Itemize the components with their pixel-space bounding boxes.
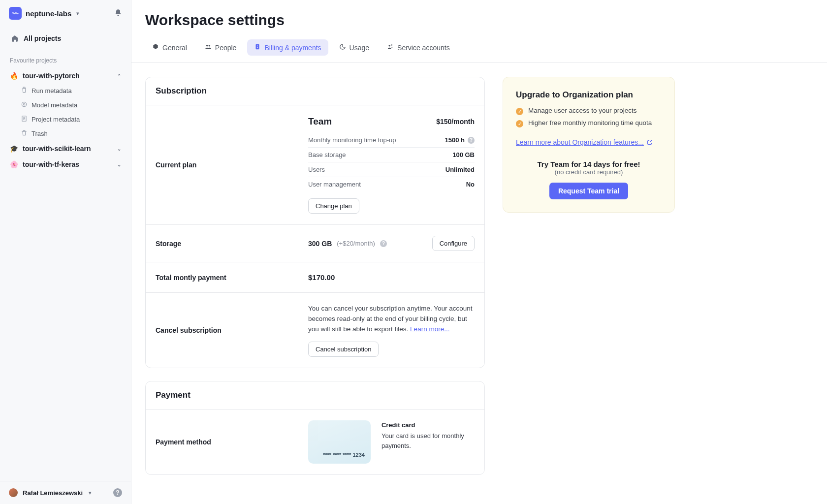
subitem-icon	[21, 129, 28, 138]
upgrade-title: Upgrade to Organization plan	[516, 90, 662, 100]
configure-storage-button[interactable]: Configure	[432, 236, 475, 251]
plan-detail-key: Users	[308, 166, 325, 173]
project-item[interactable]: 🌸tour-with-tf-keras⌄	[0, 157, 131, 172]
chevron-up-icon: ⌃	[117, 73, 121, 79]
subitem-label: Model metadata	[32, 101, 77, 109]
help-icon[interactable]: ?	[468, 137, 475, 144]
payment-card: Payment Payment method **** **** **** 12…	[145, 381, 485, 475]
upgrade-feature-text: Higher free monthly monitoring time quot…	[528, 119, 652, 126]
plan-detail-row: User managementNo	[308, 177, 475, 191]
cancel-label: Cancel subscription	[156, 304, 308, 357]
current-plan-label: Current plan	[156, 116, 308, 214]
help-icon[interactable]: ?	[113, 488, 122, 497]
check-icon: ✓	[516, 108, 523, 115]
trial-subtext: (no credit card required)	[516, 168, 662, 176]
tab-usage[interactable]: Usage	[332, 39, 376, 56]
help-icon[interactable]: ?	[380, 240, 387, 247]
cancel-description: You can cancel your subscription anytime…	[308, 304, 475, 335]
svg-rect-5	[256, 44, 259, 50]
plan-name: Team	[308, 116, 332, 127]
upgrade-feature: ✓Manage user access to your projects	[516, 107, 662, 115]
project-subitem[interactable]: Model metadata	[0, 98, 131, 112]
tab-label: People	[215, 44, 237, 52]
total-value: $170.00	[308, 273, 335, 282]
nav-all-projects-label: All projects	[24, 34, 61, 42]
subitem-icon	[21, 87, 28, 95]
notifications-icon[interactable]	[114, 9, 122, 18]
cancel-subscription-button[interactable]: Cancel subscription	[308, 342, 379, 357]
plan-detail-key: Monthly monitoring time top-up	[308, 136, 396, 144]
credit-card-preview: **** **** **** 1234	[308, 420, 371, 464]
trial-headline: Try Team for 14 days for free!	[516, 160, 662, 168]
subitem-label: Run metadata	[32, 87, 72, 94]
subscription-card: Subscription Current plan Team $150/mont…	[145, 77, 485, 368]
plan-detail-row: Base storage100 GB	[308, 148, 475, 162]
plan-detail-key: User management	[308, 181, 361, 188]
svg-point-0	[22, 102, 26, 106]
tab-general[interactable]: General	[145, 39, 194, 56]
change-plan-button[interactable]: Change plan	[308, 198, 359, 214]
payment-method-label: Payment method	[156, 420, 308, 464]
sidebar: neptune-labs ▾ All projects Favourite pr…	[0, 0, 131, 504]
subitem-icon	[21, 115, 28, 124]
payment-heading: Payment	[146, 381, 484, 410]
tab-icon	[387, 43, 394, 52]
user-footer[interactable]: Rafał Lemieszewski ▾ ?	[0, 481, 131, 504]
app-logo-icon	[9, 7, 22, 20]
tab-label: General	[162, 44, 187, 52]
project-name: tour-with-scikit-learn	[23, 145, 91, 153]
storage-value: 300 GB	[308, 240, 332, 248]
project-name: tour-with-tf-keras	[23, 160, 79, 168]
storage-label: Storage	[156, 236, 308, 251]
tab-service-accounts[interactable]: Service accounts	[380, 39, 457, 56]
plan-price: $150/month	[436, 118, 475, 126]
svg-point-1	[23, 103, 25, 105]
chevron-down-icon: ▾	[89, 490, 92, 496]
plan-detail-row: Monthly monitoring time top-up1500 h ?	[308, 133, 475, 148]
project-item[interactable]: 🎓tour-with-scikit-learn⌄	[0, 141, 131, 157]
plan-detail-value: 1500 h ?	[445, 136, 475, 144]
plan-detail-value: Unlimited	[445, 166, 475, 173]
avatar	[9, 488, 18, 497]
plan-detail-row: UsersUnlimited	[308, 162, 475, 177]
svg-point-3	[206, 45, 208, 47]
tab-icon	[339, 43, 346, 52]
project-emoji-icon: 🔥	[10, 72, 19, 80]
svg-point-4	[208, 45, 210, 47]
main-content: Workspace settings GeneralPeopleBilling …	[131, 0, 827, 504]
tab-label: Billing & payments	[264, 44, 321, 52]
workspace-name: neptune-labs	[26, 9, 71, 18]
tab-label: Usage	[350, 44, 369, 52]
external-link-icon	[647, 139, 653, 145]
tab-icon	[205, 43, 212, 52]
home-icon	[11, 34, 19, 42]
project-emoji-icon: 🌸	[10, 160, 19, 168]
chevron-down-icon: ▾	[76, 10, 79, 17]
tab-icon	[254, 43, 261, 52]
subitem-label: Project metadata	[32, 116, 80, 123]
tab-people[interactable]: People	[198, 39, 244, 56]
subscription-heading: Subscription	[146, 77, 484, 105]
project-subitem[interactable]: Project metadata	[0, 112, 131, 126]
plan-detail-key: Base storage	[308, 151, 346, 158]
subitem-label: Trash	[32, 130, 48, 137]
request-trial-button[interactable]: Request Team trial	[549, 183, 628, 199]
cancel-learn-more-link[interactable]: Learn more...	[410, 325, 449, 333]
project-item[interactable]: 🔥tour-with-pytorch⌃	[0, 68, 131, 84]
subitem-icon	[21, 101, 28, 109]
project-subitem[interactable]: Run metadata	[0, 84, 131, 98]
credit-card-description: Credit card Your card is used for monthl…	[382, 420, 475, 464]
project-subitem[interactable]: Trash	[0, 126, 131, 141]
card-number: **** **** **** 1234	[314, 452, 365, 458]
upgrade-learn-more-link[interactable]: Learn more about Organization features..…	[516, 138, 653, 146]
storage-extra: (+$20/month)	[337, 240, 375, 247]
plan-detail-value: 100 GB	[452, 151, 475, 158]
tab-label: Service accounts	[397, 44, 450, 52]
upgrade-card: Upgrade to Organization plan ✓Manage use…	[503, 77, 675, 213]
project-name: tour-with-pytorch	[23, 72, 80, 80]
workspace-switcher[interactable]: neptune-labs ▾	[0, 0, 131, 27]
user-name: Rafał Lemieszewski	[23, 489, 83, 497]
tab-billing-payments[interactable]: Billing & payments	[247, 39, 328, 56]
chevron-down-icon: ⌄	[117, 146, 121, 152]
nav-all-projects[interactable]: All projects	[0, 30, 131, 47]
